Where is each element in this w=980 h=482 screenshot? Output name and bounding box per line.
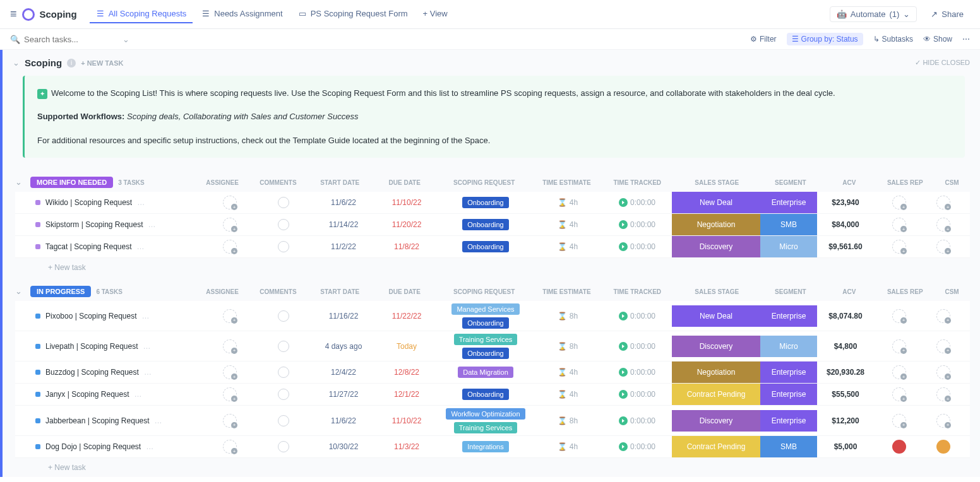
sales-stage[interactable]: Negotiation [672,214,760,235]
start-date[interactable]: 11/6/22 [331,416,356,425]
comment-icon[interactable] [278,219,289,230]
tab-all-scoping[interactable]: ☰All Scoping Requests [90,5,193,23]
avatar[interactable] [892,440,906,454]
assign-avatar[interactable] [223,365,237,379]
tab-needs-assignment[interactable]: ☰Needs Assignment [195,5,289,23]
sales-stage[interactable]: Discovery [672,336,760,357]
assign-avatar[interactable] [892,387,906,401]
segment[interactable]: Enterprise [760,305,817,327]
assign-avatar[interactable] [892,365,906,379]
comment-icon[interactable] [278,341,289,352]
assign-avatar[interactable] [892,218,906,232]
sales-stage[interactable]: Contract Pending [672,436,760,457]
play-icon[interactable] [619,198,628,207]
time-estimate[interactable]: ⌛8h [558,342,578,351]
comment-icon[interactable] [278,310,289,322]
task-row[interactable]: Livepath | Scoping Request … 4 days ago … [15,331,970,362]
assign-avatar[interactable] [936,414,950,428]
search-wrap[interactable]: 🔍 ⌄ [10,35,129,44]
space-icon[interactable] [22,8,35,21]
groupby-button[interactable]: ☰Group by: Status [787,33,863,45]
sales-stage[interactable]: Contract Pending [672,384,760,405]
comment-icon[interactable] [278,241,289,252]
edit-icon[interactable]: … [137,242,145,251]
new-task-row[interactable]: + New task [15,258,970,277]
automate-button[interactable]: 🤖Automate(1)⌄ [830,6,917,22]
assign-avatar[interactable] [936,196,950,209]
play-icon[interactable] [619,416,628,425]
collapse-icon[interactable]: ⌄ [15,177,25,187]
edit-icon[interactable]: … [144,368,152,377]
scoping-tag[interactable]: Onboarding [462,348,509,359]
search-input[interactable] [24,35,119,44]
scoping-tag[interactable]: Training Services [454,422,518,433]
sales-stage[interactable]: Discovery [672,236,760,257]
play-icon[interactable] [619,312,628,320]
segment[interactable]: Enterprise [760,192,817,213]
assign-avatar[interactable] [936,309,950,323]
start-date[interactable]: 11/14/22 [329,220,359,229]
sales-stage[interactable]: New Deal [672,305,760,327]
time-tracked[interactable]: 0:00:00 [619,198,655,207]
task-row[interactable]: Dog Dojo | Scoping Request … 10/30/22 11… [15,436,970,458]
collapse-icon[interactable]: ⌄ [15,286,25,297]
assign-avatar[interactable] [223,339,237,353]
due-date[interactable]: 11/3/22 [394,442,419,451]
due-date[interactable]: 12/1/22 [394,390,419,399]
time-estimate[interactable]: ⌛4h [558,242,578,251]
assign-avatar[interactable] [892,196,906,209]
play-icon[interactable] [619,368,628,377]
acv-value[interactable]: $12,200 [832,416,859,425]
time-tracked[interactable]: 0:00:00 [619,442,655,451]
start-date[interactable]: 10/30/22 [329,442,359,451]
assign-avatar[interactable] [223,387,237,401]
scoping-tag[interactable]: Onboarding [462,241,509,252]
segment[interactable]: Enterprise [760,410,817,432]
start-date[interactable]: 11/6/22 [331,198,356,207]
due-date[interactable]: 11/10/22 [392,416,422,425]
comment-icon[interactable] [278,415,289,426]
scoping-tag[interactable]: Onboarding [462,317,509,329]
scoping-tag[interactable]: Onboarding [462,219,509,230]
task-row[interactable]: Jabberbean | Scoping Request … 11/6/22 1… [15,406,970,436]
segment[interactable]: Micro [760,336,817,357]
comment-icon[interactable] [278,441,289,452]
acv-value[interactable]: $4,800 [834,342,858,351]
time-estimate[interactable]: ⌛8h [558,312,578,320]
acv-value[interactable]: $5,000 [834,442,858,451]
edit-icon[interactable]: … [155,416,162,425]
time-estimate[interactable]: ⌛4h [558,390,578,399]
task-row[interactable]: Buzzdog | Scoping Request … 12/4/22 12/8… [15,362,970,384]
acv-value[interactable]: $55,500 [832,390,859,399]
time-tracked[interactable]: 0:00:00 [619,390,655,399]
edit-icon[interactable]: … [134,390,142,399]
status-badge[interactable]: MORE INFO NEEDED [30,177,113,188]
due-date[interactable]: 11/20/22 [392,220,422,229]
start-date[interactable]: 12/4/22 [331,368,356,377]
filter-button[interactable]: ⚙Filter [750,35,777,44]
due-date[interactable]: Today [397,342,417,351]
start-date[interactable]: 11/16/22 [329,312,359,320]
edit-icon[interactable]: … [146,442,153,451]
assign-avatar[interactable] [936,387,950,401]
time-tracked[interactable]: 0:00:00 [619,342,655,351]
assign-avatar[interactable] [936,339,950,353]
assign-avatar[interactable] [936,365,950,379]
assign-avatar[interactable] [223,240,237,254]
time-estimate[interactable]: ⌛4h [558,442,578,451]
play-icon[interactable] [619,242,628,251]
collapse-icon[interactable]: ⌄ [13,58,20,68]
assign-avatar[interactable] [223,218,237,232]
acv-value[interactable]: $9,561.60 [828,242,862,251]
segment[interactable]: Enterprise [760,384,817,405]
assign-avatar[interactable] [223,196,237,209]
scoping-tag[interactable]: Onboarding [462,389,509,400]
task-row[interactable]: Tagcat | Scoping Request … 11/2/22 11/8/… [15,236,970,258]
edit-icon[interactable]: … [148,220,156,229]
assign-avatar[interactable] [892,339,906,353]
sales-stage[interactable]: Negotiation [672,362,760,383]
sales-stage[interactable]: Discovery [672,410,760,432]
menu-icon[interactable]: ≡ [10,8,17,21]
scoping-tag[interactable]: Integrations [462,441,508,452]
scoping-tag[interactable]: Workflow Optimization [446,408,525,420]
